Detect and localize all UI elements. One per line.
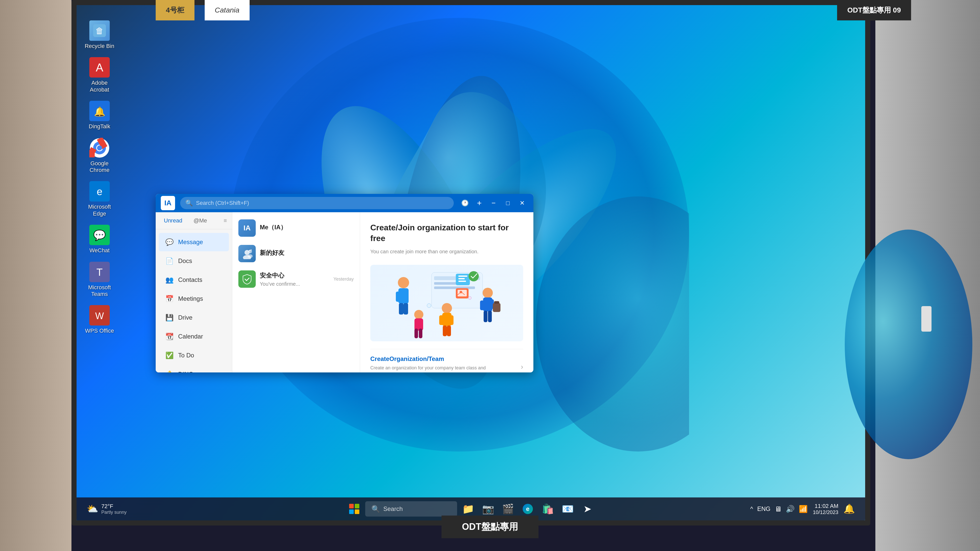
right-connector	[921, 306, 932, 332]
titlebar-maximize-btn[interactable]: □	[502, 197, 514, 209]
taskbar-video-app[interactable]: 🎬	[499, 500, 517, 518]
svg-point-53	[414, 310, 423, 319]
svg-rect-60	[458, 281, 466, 282]
todo-icon: ✅	[165, 351, 174, 360]
main-content: IA Me（IA）	[232, 212, 360, 372]
svg-rect-35	[396, 292, 401, 302]
svg-rect-50	[488, 311, 492, 322]
sidebar-item-ding[interactable]: 🔔 DING	[159, 365, 229, 372]
sidebar-item-drive[interactable]: 💾 Drive	[159, 308, 229, 327]
svg-rect-59	[458, 278, 465, 279]
org-panel: Create/Join organization to start for fr…	[360, 212, 533, 372]
wps-icon: W	[89, 305, 110, 326]
taskbar-right: ^ ENG 🖥 🔊 📶 11:02 AM 10/12/2023 🔔	[750, 503, 855, 515]
desktop-icon-acrobat[interactable]: A Adobe Acrobat	[84, 57, 115, 93]
sys-tray-wifi[interactable]: 📶	[799, 505, 808, 513]
svg-rect-70	[355, 510, 360, 514]
start-button[interactable]	[345, 500, 363, 518]
monitor-frame: 🗑 Recycle Bin A Adobe Acrobat	[72, 0, 870, 526]
taskbar-edge[interactable]: e	[519, 500, 537, 518]
desktop-icon-dingtalk[interactable]: 🔔 DingTalk	[84, 101, 115, 130]
desktop-icon-wechat[interactable]: 💬 WeChat	[84, 225, 115, 254]
taskbar-weather[interactable]: ⛅ 72°F Partly sunny	[87, 503, 127, 515]
todo-nav-label: To Do	[178, 352, 194, 359]
taskbar-mail[interactable]: 📧	[558, 500, 576, 518]
message-time-security: Yesterday	[334, 276, 354, 282]
message-item-new-friend[interactable]: 新的好友	[232, 241, 360, 266]
sys-tray-chevron[interactable]: ^	[750, 505, 753, 513]
message-name-new-friend: 新的好友	[260, 249, 354, 257]
arrow-app-icon: ➤	[584, 503, 592, 514]
message-info-me: Me（IA）	[260, 223, 354, 233]
wechat-icon: 💬	[89, 225, 110, 245]
titlebar-history-btn[interactable]: 🕐	[459, 197, 471, 209]
tab-menu-icon[interactable]: ≡	[224, 218, 227, 224]
svg-point-25	[248, 254, 253, 258]
svg-point-66	[468, 297, 471, 300]
acrobat-label: Adobe Acrobat	[84, 79, 115, 93]
taskbar-arrow-app[interactable]: ➤	[579, 500, 597, 518]
svg-rect-37	[399, 303, 404, 314]
taskbar-search-box[interactable]: 🔍 Search	[365, 501, 457, 516]
chrome-icon	[89, 138, 110, 158]
message-item-security[interactable]: 安全中心 You've confirme... Yesterday	[232, 266, 360, 292]
svg-point-65	[427, 303, 431, 308]
desktop-icon-edge[interactable]: e Microsoft Edge	[84, 181, 115, 217]
taskbar-time: 11:02 AM	[815, 503, 838, 510]
desktop-icon-teams[interactable]: T Microsoft Teams	[84, 262, 115, 298]
message-icon: 💬	[165, 238, 174, 247]
org-option-create[interactable]: CreateOrganization/Team Create an organi…	[370, 349, 523, 372]
taskbar-browser-1[interactable]: 📷	[479, 500, 497, 518]
avatar-me: IA	[239, 219, 256, 237]
notification-bell[interactable]: 🔔	[843, 503, 855, 514]
titlebar: IA 🔍 Search (Ctrl+Shift+F) 🕐 + − □ ✕	[156, 194, 533, 212]
titlebar-add-btn[interactable]: +	[473, 197, 485, 209]
desktop-icon-wps[interactable]: W WPS Office	[84, 305, 115, 334]
svg-rect-49	[484, 311, 487, 322]
search-placeholder-text: Search (Ctrl+Shift+F)	[196, 200, 249, 206]
svg-rect-63	[458, 290, 467, 297]
drive-icon: 💾	[165, 313, 174, 322]
recycle-bin-icon: 🗑	[89, 21, 110, 41]
svg-rect-32	[434, 286, 475, 289]
avatar-new-friend	[239, 245, 256, 262]
tab-at-me[interactable]: @Me	[190, 215, 210, 226]
sidebar-item-docs[interactable]: 📄 Docs	[159, 252, 229, 270]
mail-taskbar-icon: 📧	[562, 503, 574, 514]
titlebar-search[interactable]: 🔍 Search (Ctrl+Shift+F)	[180, 197, 454, 209]
sys-tray-volume[interactable]: 🔊	[786, 505, 795, 513]
titlebar-minimize-btn[interactable]: −	[487, 197, 500, 209]
message-item-me[interactable]: IA Me（IA）	[232, 215, 360, 241]
taskbar-store[interactable]: 🛍️	[539, 500, 557, 518]
svg-text:🗑: 🗑	[95, 26, 103, 35]
sidebar-item-meetings[interactable]: 📅 Meetings	[159, 289, 229, 308]
search-icon: 🔍	[185, 200, 193, 206]
tab-unread[interactable]: Unread	[161, 215, 185, 226]
file-explorer-icon: 📁	[462, 503, 474, 514]
calendar-icon: 📆	[165, 332, 174, 341]
taskbar-clock[interactable]: 11:02 AM 10/12/2023	[813, 503, 838, 515]
svg-point-39	[442, 303, 452, 313]
taskbar-left: ⛅ 72°F Partly sunny	[87, 503, 127, 515]
sys-tray-monitor[interactable]: 🖥	[775, 505, 782, 513]
titlebar-close-btn[interactable]: ✕	[516, 197, 528, 209]
desktop-icon-chrome[interactable]: Google Chrome	[84, 138, 115, 174]
browser-1-icon: 📷	[482, 503, 494, 514]
chrome-label: Google Chrome	[84, 160, 115, 174]
sidebar-item-contacts[interactable]: 👥 Contacts	[159, 271, 229, 289]
ding-icon: 🔔	[165, 370, 174, 372]
desktop-icon-recycle-bin[interactable]: 🗑 Recycle Bin	[84, 21, 115, 49]
svg-rect-42	[449, 315, 453, 325]
sidebar-item-calendar[interactable]: 📆 Calendar	[159, 327, 229, 346]
recycle-bin-label: Recycle Bin	[85, 43, 115, 49]
bottom-label: ODT盤點專用	[442, 516, 538, 538]
message-list: IA Me（IA）	[232, 212, 360, 372]
svg-text:e: e	[97, 186, 102, 197]
org-create-title-plain: Create	[370, 355, 390, 362]
sys-tray-lang[interactable]: ENG	[757, 505, 770, 513]
svg-point-33	[398, 277, 409, 288]
sidebar-item-message[interactable]: 💬 Message	[159, 233, 229, 251]
taskbar-file-explorer[interactable]: 📁	[459, 500, 477, 518]
sidebar-item-todo[interactable]: ✅ To Do	[159, 346, 229, 365]
app-body: Unread @Me ≡ 💬 Message 📄 Docs	[156, 212, 533, 372]
